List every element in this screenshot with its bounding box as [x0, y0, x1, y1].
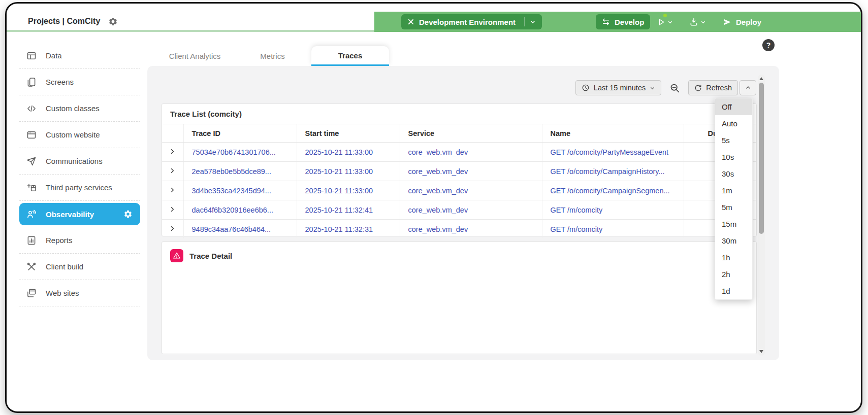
trace-detail-title-text: Trace Detail — [189, 252, 232, 260]
expand-row-button[interactable] — [162, 220, 183, 239]
table-icon — [26, 51, 37, 61]
start-time-cell[interactable]: 2025-10-21 11:32:41 — [297, 200, 400, 220]
tab-traces[interactable]: Traces — [311, 46, 389, 66]
dropdown-option-1h[interactable]: 1h — [715, 249, 752, 266]
zoom-out-button[interactable] — [669, 83, 680, 93]
dropdown-option-5s[interactable]: 5s — [715, 132, 752, 149]
environment-icon — [407, 18, 414, 25]
service-cell[interactable]: core_web.vm_dev — [400, 181, 542, 200]
refresh-button[interactable]: Refresh — [688, 80, 738, 95]
start-time-cell[interactable]: 2025-10-21 11:33:00 — [297, 181, 400, 200]
expand-row-button[interactable] — [162, 200, 183, 220]
expand-row-button[interactable] — [162, 143, 183, 162]
service-cell[interactable]: core_web.vm_dev — [400, 220, 542, 239]
dropdown-option-30m[interactable]: 30m — [715, 232, 752, 249]
column-header-service: Service — [400, 124, 542, 143]
trace-name-link[interactable]: GET /o/comcity/CampaignHistory... — [542, 162, 684, 181]
start-time-cell[interactable]: 2025-10-21 11:33:00 — [297, 162, 400, 181]
dropdown-option-15m[interactable]: 15m — [715, 216, 752, 232]
start-time-cell[interactable]: 2025-10-21 11:32:31 — [297, 220, 400, 239]
trace-id-link[interactable]: 75034e70b6741301706... — [183, 143, 297, 162]
help-button[interactable]: ? — [762, 39, 775, 51]
send-icon — [26, 156, 37, 166]
develop-label: Develop — [615, 18, 644, 26]
trace-id-link[interactable]: 9489c34aa76c46b464... — [183, 220, 297, 239]
browser-icon — [26, 130, 37, 140]
sidebar-item-screens[interactable]: Screens — [19, 69, 140, 95]
expand-row-button[interactable] — [162, 162, 183, 181]
expand-row-button[interactable] — [162, 181, 183, 200]
dropdown-option-30s[interactable]: 30s — [715, 165, 752, 182]
sidebar-item-third-party-services[interactable]: Third party services — [19, 175, 140, 201]
trace-row[interactable]: 3d4be353ca42345d94... 2025-10-21 11:33:0… — [162, 181, 756, 200]
sidebar-item-web-sites[interactable]: Web sites — [19, 280, 140, 306]
scroll-down-arrow-icon[interactable] — [759, 350, 763, 353]
trace-row[interactable]: 75034e70b6741301706... 2025-10-21 11:33:… — [162, 143, 756, 162]
trace-id-link[interactable]: 2ea578eb0e5b5dce89... — [183, 162, 297, 181]
sidebar-item-communications[interactable]: Communications — [19, 148, 140, 175]
trace-row[interactable]: dac64f6b320916ee6b6... 2025-10-21 11:32:… — [162, 200, 756, 220]
tab-label: Traces — [338, 51, 363, 60]
start-time-cell[interactable]: 2025-10-21 11:33:00 — [297, 143, 400, 162]
chevron-right-icon — [169, 206, 176, 213]
trace-list-card: Trace List (comcity) Trace ID Start time… — [162, 103, 757, 236]
deploy-button[interactable]: Deploy — [723, 15, 761, 28]
trace-list-title-text: Trace List (comcity) — [170, 110, 242, 118]
warning-icon — [170, 249, 183, 262]
observability-icon — [26, 209, 37, 219]
auto-refresh-toggle-button[interactable] — [740, 80, 756, 95]
chevron-down-icon — [524, 17, 536, 26]
sidebar-item-client-build[interactable]: Client build — [19, 254, 140, 280]
trace-list-title: Trace List (comcity) — [162, 104, 756, 124]
dropdown-option-10s[interactable]: 10s — [715, 149, 752, 165]
trace-name-link[interactable]: GET /o/comcity/CampaignSegmen... — [542, 181, 684, 200]
column-header-trace-id: Trace ID — [183, 124, 297, 143]
environment-bar: Development Environment Develop — [374, 12, 861, 32]
screenshot-root: Projects | ComCity Development Environme… — [0, 0, 868, 415]
zoom-out-icon — [669, 83, 680, 93]
trace-id-link[interactable]: dac64f6b320916ee6b6... — [183, 200, 297, 220]
time-range-button[interactable]: Last 15 minutes — [575, 80, 661, 95]
tab-client-analytics[interactable]: Client Analytics — [156, 46, 234, 66]
service-cell[interactable]: core_web.vm_dev — [400, 200, 542, 220]
scrollbar-thumb[interactable] — [759, 83, 764, 234]
vertical-scrollbar[interactable] — [758, 75, 765, 356]
dropdown-option-1m[interactable]: 1m — [715, 182, 752, 199]
dropdown-option-1d[interactable]: 1d — [715, 283, 752, 299]
download-icon — [689, 17, 698, 26]
trace-name-link[interactable]: GET /m/comcity — [542, 220, 684, 239]
dropdown-option-auto[interactable]: Auto — [715, 115, 752, 132]
play-icon — [657, 18, 665, 26]
service-cell[interactable]: core_web.vm_dev — [400, 162, 542, 181]
tab-metrics[interactable]: Metrics — [234, 46, 311, 66]
trace-row[interactable]: 9489c34aa76c46b464... 2025-10-21 11:32:3… — [162, 220, 756, 239]
dropdown-option-5m[interactable]: 5m — [715, 199, 752, 216]
sidebar-item-data[interactable]: Data — [19, 43, 140, 69]
sidebar-item-custom-classes[interactable]: Custom classes — [19, 95, 140, 122]
refresh-split-button: Refresh — [688, 80, 756, 95]
run-button[interactable] — [657, 15, 673, 28]
time-range-label: Last 15 minutes — [594, 84, 646, 92]
trace-id-link[interactable]: 3d4be353ca42345d94... — [183, 181, 297, 200]
breadcrumb: Projects | ComCity — [28, 12, 118, 31]
sidebar-item-reports[interactable]: Reports — [19, 227, 140, 254]
service-cell[interactable]: core_web.vm_dev — [400, 143, 542, 162]
export-button[interactable] — [689, 15, 706, 28]
environment-selector[interactable]: Development Environment — [401, 14, 542, 29]
trace-name-link[interactable]: GET /m/comcity — [542, 200, 684, 220]
dropdown-option-off[interactable]: Off — [715, 98, 752, 115]
sidebar-item-label: Data — [46, 51, 62, 60]
page-title: Projects | ComCity — [28, 17, 100, 26]
trace-table: Trace ID Start time Service Name Duratio… — [162, 124, 756, 238]
develop-button[interactable]: Develop — [596, 14, 650, 29]
trace-row[interactable]: 2ea578eb0e5b5dce89... 2025-10-21 11:33:0… — [162, 162, 756, 181]
observability-settings-gear-icon[interactable] — [122, 210, 134, 219]
sidebar-item-observability[interactable]: Observability — [19, 203, 140, 225]
scroll-up-arrow-icon[interactable] — [759, 77, 763, 80]
project-settings-gear-icon[interactable] — [108, 17, 118, 26]
trace-name-link[interactable]: GET /o/comcity/PartyMessageEvent — [542, 143, 684, 162]
sidebar-item-custom-website[interactable]: Custom website — [19, 122, 140, 148]
refresh-label: Refresh — [706, 84, 732, 92]
dropdown-option-2h[interactable]: 2h — [715, 266, 752, 283]
chevron-down-icon — [650, 85, 655, 91]
